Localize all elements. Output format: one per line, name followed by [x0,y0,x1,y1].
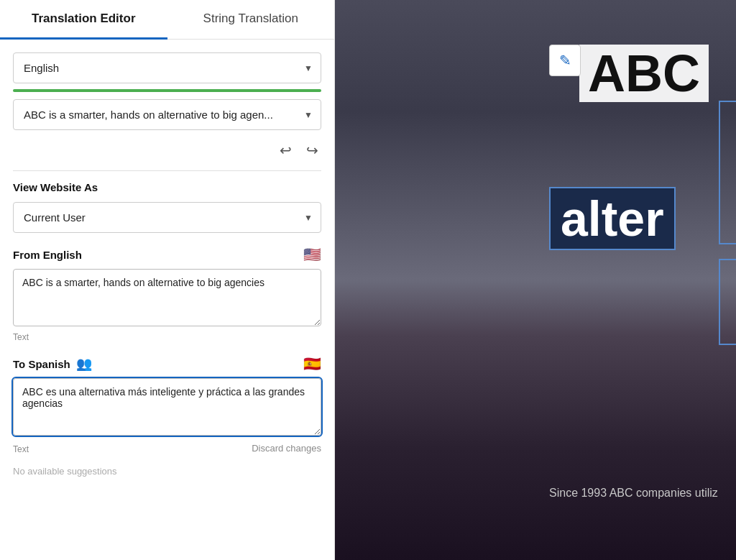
right-outline-1 [719,101,736,244]
edit-icon-button[interactable]: ✎ [549,45,581,76]
abc-text: ABC [588,45,700,102]
left-panel: Translation Editor String Translation En… [0,0,335,560]
from-translation-title: From English [13,249,82,261]
language-select-wrapper: English ▼ [13,52,321,83]
alter-text: alter [561,191,664,246]
string-select-wrapper: ABC is a smarter, hands on alternative t… [13,99,321,130]
alter-box: alter [549,187,676,250]
from-translation-section: From English 🇺🇸 Text [13,246,321,342]
right-panel: ✎ ABC alter Since 1993 ABC companies uti… [335,0,736,560]
pencil-icon: ✎ [559,52,571,69]
redo-button[interactable]: ↪ [303,140,321,160]
since-text: Since 1993 ABC companies utiliz [549,484,718,502]
from-translation-textarea[interactable] [13,269,321,326]
to-translation-textarea[interactable] [13,378,321,436]
discard-changes-link[interactable]: Discard changes [252,443,321,454]
to-translation-header: To Spanish 👥 🇪🇸 [13,355,321,372]
from-type-label: Text [13,332,321,342]
abc-box: ABC [579,45,709,102]
people-icon: 👥 [76,356,92,372]
panel-content: English ▼ ABC is a smarter, hands on alt… [0,40,334,560]
right-outline-2 [719,259,736,345]
website-preview: ✎ ABC alter Since 1993 ABC companies uti… [335,0,736,560]
tab-translation-editor[interactable]: Translation Editor [0,0,167,40]
from-translation-header: From English 🇺🇸 [13,246,321,263]
to-translation-section: To Spanish 👥 🇪🇸 Text Discard changes [13,355,321,454]
undo-button[interactable]: ↩ [277,140,295,160]
divider-1 [13,170,321,171]
no-suggestions-label: No available suggestions [13,466,321,484]
undo-redo-bar: ↩ ↪ [13,136,321,167]
tab-string-translation[interactable]: String Translation [167,0,335,40]
view-as-select-wrapper: Current User ▼ [13,202,321,233]
string-select[interactable]: ABC is a smarter, hands on alternative t… [13,99,321,130]
from-flag: 🇺🇸 [303,246,321,263]
to-translation-footer: Text Discard changes [13,441,321,454]
to-flag: 🇪🇸 [303,355,321,372]
language-progress-bar [13,89,321,92]
view-as-select[interactable]: Current User [13,202,321,233]
language-select[interactable]: English [13,52,321,83]
tabs-bar: Translation Editor String Translation [0,0,334,40]
view-website-label: View Website As [13,181,321,193]
to-translation-title: To Spanish 👥 [13,356,92,372]
to-type-label: Text [13,444,29,454]
